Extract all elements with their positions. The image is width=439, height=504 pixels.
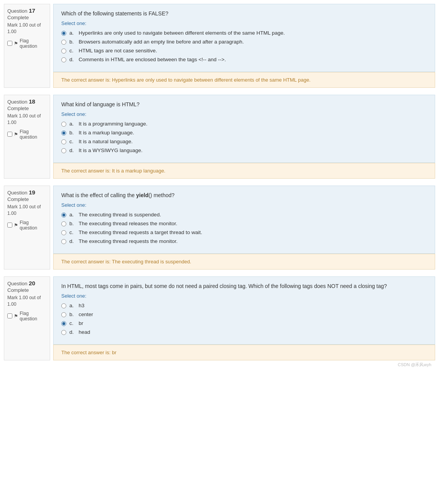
flag-icon-17: ⚑ [14, 41, 18, 46]
option-17-a[interactable]: a. Hyperlinks are only used to navigate … [61, 30, 427, 36]
mark-17: Mark 1.00 out of 1.00 [7, 22, 47, 35]
option-17-c[interactable]: c. HTML tags are not case sensitive. [61, 48, 427, 54]
option-19-b[interactable]: b. The executing thread releases the mon… [61, 221, 427, 226]
option-18-c[interactable]: c. It is a natural language. [61, 139, 427, 144]
options-list-19: a. The executing thread is suspended. b.… [61, 212, 427, 244]
status-19: Complete [7, 196, 47, 202]
status-18: Complete [7, 105, 47, 111]
flag-17[interactable]: ⚑ Flag question [7, 38, 47, 49]
option-18-d[interactable]: d. It is a WYSIWYG language. [61, 147, 427, 153]
question-panel-18: What kind of language is HTML? Select on… [53, 95, 435, 163]
select-one-17: Select one: [61, 20, 427, 26]
option-19-d[interactable]: d. The executing thread requests the mon… [61, 238, 427, 244]
spacer-3 [4, 270, 435, 276]
question-block-18: Question 18 Complete Mark 1.00 out of 1.… [4, 95, 435, 179]
question-block-20: Question 20 Complete Mark 1.00 out of 1.… [4, 276, 435, 360]
option-17-d[interactable]: d. Comments in HTML are enclosed between… [61, 57, 427, 62]
answer-panel-19: The correct answer is: The executing thr… [53, 254, 435, 270]
radio-20-c[interactable] [61, 321, 66, 326]
option-20-c[interactable]: c. br [61, 320, 427, 326]
answer-panel-17: The correct answer is: Hyperlinks are on… [53, 72, 435, 88]
question-label-19: Question 19 [7, 189, 47, 196]
radio-17-b[interactable] [61, 40, 66, 45]
spacer-2 [4, 179, 435, 186]
select-one-20: Select one: [61, 293, 427, 299]
radio-17-c[interactable] [61, 49, 66, 54]
flag-icon-19: ⚑ [14, 223, 18, 228]
sidebar-20: Question 20 Complete Mark 1.00 out of 1.… [4, 276, 50, 360]
question-text-17: Which of the following statements is FAL… [61, 10, 427, 17]
select-one-18: Select one: [61, 111, 427, 117]
radio-18-b[interactable] [61, 131, 66, 136]
mark-20: Mark 1.00 out of 1.00 [7, 295, 47, 308]
flag-19[interactable]: ⚑ Flag question [7, 220, 47, 231]
question-text-20: In HTML, most tags come in pairs, but so… [61, 283, 427, 289]
main-area-20: In HTML, most tags come in pairs, but so… [53, 276, 435, 360]
radio-17-a[interactable] [61, 31, 66, 36]
flag-18[interactable]: ⚑ Flag question [7, 129, 47, 140]
option-18-a[interactable]: a. It is a programming language. [61, 121, 427, 127]
radio-18-c[interactable] [61, 139, 66, 144]
option-20-d[interactable]: d. head [61, 329, 427, 335]
question-text-18: What kind of language is HTML? [61, 101, 427, 107]
question-panel-20: In HTML, most tags come in pairs, but so… [53, 276, 435, 345]
main-area-19: What is the effect of calling the yield(… [53, 186, 435, 270]
flag-icon-20: ⚑ [14, 313, 18, 319]
radio-19-a[interactable] [61, 213, 66, 218]
radio-18-a[interactable] [61, 122, 66, 127]
question-label-20: Question 20 [7, 280, 47, 286]
question-panel-19: What is the effect of calling the yield(… [53, 186, 435, 254]
main-area-17: Which of the following statements is FAL… [53, 4, 435, 88]
option-17-b[interactable]: b. Browsers automatically add an empty l… [61, 39, 427, 45]
option-19-c[interactable]: c. The executing thread requests a targe… [61, 229, 427, 235]
sidebar-19: Question 19 Complete Mark 1.00 out of 1.… [4, 186, 50, 270]
options-list-17: a. Hyperlinks are only used to navigate … [61, 30, 427, 62]
sidebar-18: Question 18 Complete Mark 1.00 out of 1.… [4, 95, 50, 179]
question-block-19: Question 19 Complete Mark 1.00 out of 1.… [4, 186, 435, 270]
question-text-19: What is the effect of calling the yield(… [61, 192, 427, 198]
radio-19-c[interactable] [61, 230, 66, 235]
radio-20-a[interactable] [61, 303, 66, 308]
flag-checkbox-17[interactable] [7, 41, 12, 46]
options-list-20: a. h3 b. center c. br d [61, 303, 427, 335]
main-area-18: What kind of language is HTML? Select on… [53, 95, 435, 179]
answer-panel-18: The correct answer is: It is a markup la… [53, 163, 435, 179]
option-19-a[interactable]: a. The executing thread is suspended. [61, 212, 427, 218]
option-20-b[interactable]: b. center [61, 311, 427, 317]
sidebar-17: Question 17 Complete Mark 1.00 out of 1.… [4, 4, 50, 88]
radio-20-b[interactable] [61, 312, 66, 317]
mark-19: Mark 1.00 out of 1.00 [7, 204, 47, 217]
status-20: Complete [7, 287, 47, 293]
radio-19-b[interactable] [61, 221, 66, 226]
mark-18: Mark 1.00 out of 1.00 [7, 113, 47, 126]
flag-checkbox-20[interactable] [7, 313, 12, 318]
options-list-18: a. It is a programming language. b. It i… [61, 121, 427, 153]
radio-17-d[interactable] [61, 57, 66, 62]
status-17: Complete [7, 15, 47, 20]
watermark: CSDN @禾风wyh [4, 360, 435, 369]
select-one-19: Select one: [61, 202, 427, 208]
question-block-17: Question 17 Complete Mark 1.00 out of 1.… [4, 4, 435, 88]
spacer-1 [4, 88, 435, 95]
option-20-a[interactable]: a. h3 [61, 303, 427, 308]
radio-20-d[interactable] [61, 330, 66, 335]
flag-20[interactable]: ⚑ Flag question [7, 311, 47, 321]
radio-19-d[interactable] [61, 239, 66, 244]
question-label-18: Question 18 [7, 98, 47, 105]
flag-icon-18: ⚑ [14, 132, 18, 137]
option-18-b[interactable]: b. It is a markup language. [61, 130, 427, 136]
question-panel-17: Which of the following statements is FAL… [53, 4, 435, 72]
answer-panel-20: The correct answer is: br [53, 345, 435, 360]
flag-checkbox-19[interactable] [7, 223, 12, 228]
question-label-17: Question 17 [7, 7, 47, 14]
radio-18-d[interactable] [61, 148, 66, 153]
flag-checkbox-18[interactable] [7, 132, 12, 137]
page-wrapper: Question 17 Complete Mark 1.00 out of 1.… [0, 0, 439, 373]
